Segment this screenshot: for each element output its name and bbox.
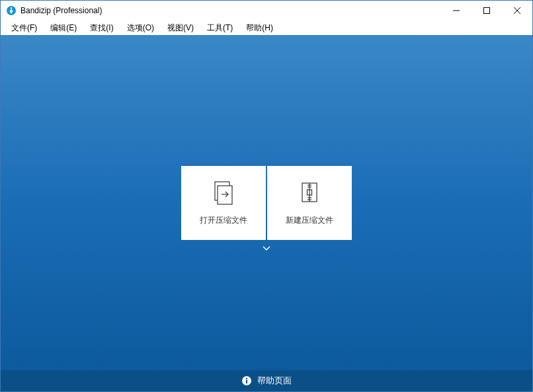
- menu-file[interactable]: 文件(F): [5, 21, 44, 35]
- titlebar: Bandizip (Professional): [1, 1, 532, 20]
- main-area: 打开压缩文件 新建压缩文件: [1, 35, 532, 370]
- close-button[interactable]: [502, 1, 532, 20]
- menu-edit[interactable]: 编辑(E): [44, 21, 83, 35]
- menu-find[interactable]: 查找(I): [83, 21, 120, 35]
- new-archive-icon: [296, 179, 323, 206]
- menu-tools[interactable]: 工具(T): [200, 21, 239, 35]
- chevron-down-icon: [263, 242, 270, 254]
- help-bar[interactable]: 帮助页面: [1, 370, 532, 391]
- svg-point-16: [246, 378, 247, 379]
- window-title: Bandizip (Professional): [20, 6, 441, 15]
- svg-rect-6: [218, 186, 232, 204]
- info-icon: [241, 375, 252, 386]
- open-archive-icon: [210, 179, 237, 206]
- svg-rect-2: [484, 8, 490, 14]
- maximize-button[interactable]: [472, 1, 502, 20]
- menubar: 文件(F) 编辑(E) 查找(I) 选项(O) 视图(V) 工具(T) 帮助(H…: [1, 20, 532, 35]
- app-icon: [6, 5, 17, 16]
- help-label: 帮助页面: [257, 375, 292, 387]
- open-archive-label: 打开压缩文件: [200, 215, 247, 226]
- minimize-button[interactable]: [441, 1, 472, 20]
- window-controls: [441, 1, 532, 20]
- svg-rect-17: [246, 380, 247, 383]
- menu-view[interactable]: 视图(V): [161, 21, 200, 35]
- open-archive-tile[interactable]: 打开压缩文件: [181, 166, 266, 240]
- new-archive-label: 新建压缩文件: [286, 215, 333, 226]
- tiles-container: 打开压缩文件 新建压缩文件: [181, 166, 352, 240]
- menu-help[interactable]: 帮助(H): [239, 21, 280, 35]
- expand-toggle[interactable]: [260, 243, 273, 253]
- new-archive-tile[interactable]: 新建压缩文件: [267, 166, 352, 240]
- menu-options[interactable]: 选项(O): [120, 21, 161, 35]
